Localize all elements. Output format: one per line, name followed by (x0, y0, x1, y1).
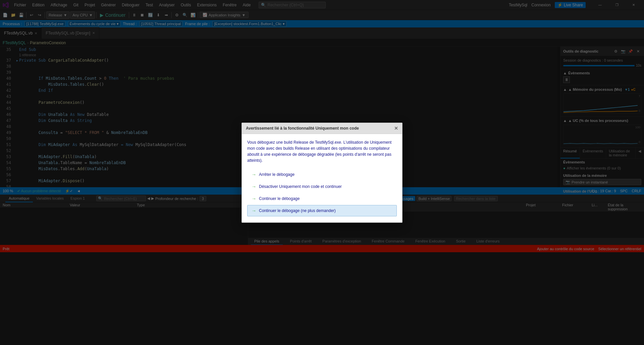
modal-option-4[interactable]: → Continuer le débogage (ne plus demande… (247, 205, 397, 216)
modal-dialog: Avertissement lié à la fonctionnalité Un… (241, 123, 402, 223)
modal-arrow-1: → (252, 172, 256, 177)
modal-title: Avertissement lié à la fonctionnalité Un… (246, 126, 394, 131)
modal-option-1[interactable]: → Arrêter le débogage (247, 169, 397, 180)
modal-overlay[interactable]: Avertissement lié à la fonctionnalité Un… (0, 0, 644, 345)
modal-option-label-1: Arrêter le débogage (259, 172, 294, 177)
modal-option-2[interactable]: → Désactiver Uniquement mon code et cont… (247, 181, 397, 192)
modal-warning-text: Vous déboguez une build Release de TestM… (247, 139, 397, 163)
modal-option-3[interactable]: → Continuer le débogage (247, 193, 397, 204)
modal-titlebar: Avertissement lié à la fonctionnalité Un… (242, 123, 402, 134)
modal-arrow-2: → (252, 184, 256, 189)
modal-option-label-2: Désactiver Uniquement mon code et contin… (259, 184, 342, 189)
modal-body: Vous déboguez une build Release de TestM… (242, 134, 402, 222)
modal-option-label-3: Continuer le débogage (259, 196, 300, 201)
modal-arrow-3: → (252, 196, 256, 201)
modal-arrow-4: → (252, 208, 256, 213)
modal-option-label-4: Continuer le débogage (ne plus demander) (259, 208, 336, 213)
modal-close-button[interactable]: ✕ (394, 126, 398, 131)
